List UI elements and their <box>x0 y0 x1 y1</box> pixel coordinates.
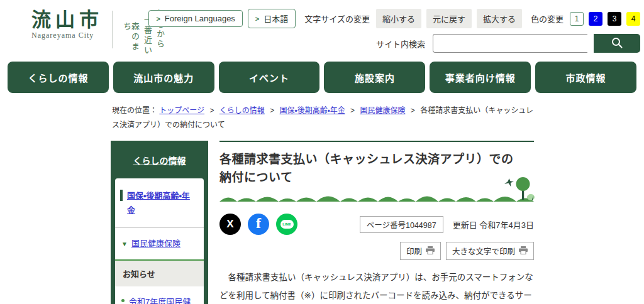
nav-item-facilities[interactable]: 施設案内 <box>324 62 425 93</box>
search-icon <box>611 36 623 51</box>
color-scheme-1-button[interactable]: 1 <box>570 12 584 26</box>
breadcrumb-separator: > <box>350 106 355 115</box>
font-shrink-button[interactable]: 縮小する <box>376 9 421 28</box>
breadcrumb-separator: > <box>270 106 274 115</box>
breadcrumb-link-living[interactable]: くらしの情報 <box>219 106 265 115</box>
nav-item-city-government[interactable]: 市政情報 <box>535 62 636 93</box>
sidebar: くらしの情報 国保・後期高齢・年金 ▼ 国民健康保険 お知らせ 令和7年度国民健… <box>111 141 208 304</box>
logo-block: 流山市 Nagareyama City 都心から 一番近い 森のまち <box>31 9 164 58</box>
site-name-en: Nagareyama City <box>31 31 103 40</box>
breadcrumb-separator: > <box>411 106 415 115</box>
site-search-label: サイト内検索 <box>376 38 425 50</box>
site-search-button[interactable] <box>594 34 640 53</box>
nav-item-business-info[interactable]: 事業者向け情報 <box>430 62 531 93</box>
sidebar-item-insurance-pension[interactable]: 国保・後期高齢・年金 <box>115 178 204 229</box>
sidebar-item-national-health[interactable]: ▼ 国民健康保険 <box>115 228 204 260</box>
sidebar-header-link[interactable]: くらしの情報 <box>133 156 186 166</box>
header-utility-row: > Foreign Languages > 日本語 文字サイズの変更 縮小する … <box>148 9 640 28</box>
header-controls: > Foreign Languages > 日本語 文字サイズの変更 縮小する … <box>148 9 640 53</box>
font-size-label: 文字サイズの変更 <box>304 13 370 24</box>
sidebar-item-label: 国民健康保険 <box>131 236 180 251</box>
hill-decoration <box>219 187 534 205</box>
printer-icon <box>426 246 435 256</box>
hills-icon <box>219 188 534 204</box>
site-name: 流山市 <box>31 9 103 31</box>
color-change-label: 色の変更 <box>531 13 564 24</box>
content-area: くらしの情報 国保・後期高齢・年金 ▼ 国民健康保険 お知らせ 令和7年度国民健… <box>0 141 644 304</box>
share-line-icon[interactable]: LINE <box>276 214 297 235</box>
global-nav: くらしの情報 流山市の魅力 イベント 施設案内 事業者向け情報 市政情報 <box>0 62 644 93</box>
breadcrumb-link-national-health[interactable]: 国民健康保険 <box>360 106 405 115</box>
share-x-icon[interactable]: X <box>219 214 241 235</box>
print-large-button[interactable]: 大きな文字で印刷 <box>446 242 534 260</box>
chevron-right-icon: > <box>156 15 160 23</box>
sidebar-notice-item[interactable]: 令和7年度国民健康保険資格情報のお知らせ、資格確認書の年度更新について <box>115 286 204 304</box>
print-large-button-label: 大きな文字で印刷 <box>452 245 515 257</box>
japanese-button[interactable]: > 日本語 <box>248 9 296 28</box>
breadcrumb-separator: > <box>209 106 214 115</box>
page-number-badge: ページ番号1044987 <box>360 216 443 233</box>
sidebar-notice-link: 令和7年度国民健康保険資格情報のお知らせ、資格確認書の年度更新について <box>129 297 194 304</box>
print-button[interactable]: 印刷 <box>400 242 441 260</box>
foreign-languages-label: Foreign Languages <box>165 14 235 23</box>
nav-item-events[interactable]: イベント <box>219 62 320 93</box>
nav-item-city-charm[interactable]: 流山市の魅力 <box>113 62 214 93</box>
social-share: X f LINE <box>219 214 297 235</box>
chevron-right-icon: > <box>255 15 259 23</box>
paragraph: 各種請求書支払い（キャッシュレス決済アプリ）は、お手元のスマートフォンなどを利用… <box>219 269 534 304</box>
nav-item-living-info[interactable]: くらしの情報 <box>8 62 109 93</box>
font-reset-button[interactable]: 元に戻す <box>426 9 472 28</box>
line-bubble-label: LINE <box>280 220 294 229</box>
tree-icon <box>514 176 535 204</box>
site-search-input[interactable] <box>433 34 587 53</box>
site-search-row: サイト内検索 <box>148 34 640 53</box>
sidebar-item-label: 国保・後期高齢・年金 <box>127 188 197 218</box>
breadcrumb: 現在の位置： トップページ > くらしの情報 > 国保・後期高齢・年金 > 国民… <box>112 104 536 133</box>
print-row: 印刷 大きな文字で印刷 <box>219 242 534 260</box>
updated-date: 更新日 令和7年4月3日 <box>453 219 534 231</box>
printer-icon <box>519 246 528 256</box>
japanese-label: 日本語 <box>264 13 288 24</box>
color-scheme-4-button[interactable]: 4 <box>626 12 640 26</box>
sidebar-header: くらしの情報 <box>115 141 204 178</box>
breadcrumb-link-top[interactable]: トップページ <box>159 106 204 115</box>
font-enlarge-button[interactable]: 拡大する <box>477 9 522 28</box>
triangle-down-icon: ▼ <box>121 241 128 247</box>
foreign-languages-button[interactable]: > Foreign Languages <box>148 10 242 27</box>
sidebar-notice-header: お知らせ <box>115 261 204 286</box>
tagline-column: 森のまち <box>123 9 139 58</box>
color-scheme-2-button[interactable]: 2 <box>589 12 602 26</box>
color-scheme-3-button[interactable]: 3 <box>608 12 621 26</box>
breadcrumb-prefix: 現在の位置： <box>112 106 157 115</box>
logo-divider <box>112 11 113 48</box>
meta-row: X f LINE ページ番号1044987 更新日 令和7年4月3日 <box>219 214 534 235</box>
current-section-bar <box>120 190 123 201</box>
page-title: 各種請求書支払い（キャッシュレス決済アプリ）での納付について <box>219 150 520 187</box>
page-meta: ページ番号1044987 更新日 令和7年4月3日 <box>360 214 534 233</box>
site-logo[interactable]: 流山市 Nagareyama City <box>31 9 103 40</box>
breadcrumb-link-insurance-pension[interactable]: 国保・後期高齢・年金 <box>280 106 345 115</box>
title-block: 各種請求書支払い（キャッシュレス決済アプリ）での納付について <box>219 150 534 187</box>
share-facebook-icon[interactable]: f <box>248 214 269 235</box>
sidebar-menu: 国保・後期高齢・年金 ▼ 国民健康保険 お知らせ 令和7年度国民健康保険資格情報… <box>115 178 204 304</box>
main-content: 各種請求書支払い（キャッシュレス決済アプリ）での納付について <box>219 141 534 304</box>
print-button-label: 印刷 <box>406 245 422 257</box>
article-body: 各種請求書支払い（キャッシュレス決済アプリ）は、お手元のスマートフォンなどを利用… <box>219 269 534 304</box>
bullet-icon <box>121 299 125 302</box>
site-header: 流山市 Nagareyama City 都心から 一番近い 森のまち > For… <box>0 0 644 60</box>
